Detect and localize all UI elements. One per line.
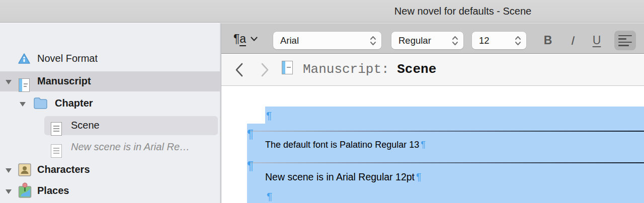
format-bar: ¶a Arial Regular 12 B I U — [221, 23, 644, 54]
folder-icon — [33, 97, 48, 110]
scrivenings-doc-icon[interactable] — [282, 61, 293, 74]
editor-text-line: The default font is Palatino Regular 13¶ — [265, 140, 426, 150]
font-size-select[interactable]: 12 — [472, 32, 526, 49]
sidebar-item-characters[interactable]: Characters — [0, 160, 220, 179]
sidebar-item-chapter[interactable]: Chapter — [0, 93, 220, 114]
disclosure-down-icon[interactable] — [19, 101, 26, 107]
breadcrumb: Manuscript: Scene — [303, 62, 436, 77]
stepper-icon — [515, 36, 521, 46]
sidebar-item-label: Manuscript — [37, 75, 91, 87]
chevron-down-icon — [251, 37, 258, 41]
disclosure-down-icon[interactable] — [5, 167, 12, 173]
pilcrow-mark: ¶ — [415, 171, 421, 182]
window-title: New novel for defaults - Scene — [394, 6, 531, 17]
paragraph-style-icon: ¶a — [233, 32, 246, 46]
editor-text-line: New scene is in Arial Regular 12pt¶ — [265, 171, 421, 183]
sidebar-item-scene[interactable]: Scene — [44, 116, 218, 135]
text-doc-icon — [51, 144, 62, 158]
editor-pane: ¶a Arial Regular 12 B I U — [221, 23, 644, 203]
font-family-select[interactable]: Arial — [273, 32, 381, 49]
bold-button[interactable]: B — [538, 31, 558, 50]
underline-button[interactable]: U — [587, 31, 607, 50]
align-left-button[interactable] — [614, 31, 636, 50]
forward-chevron-icon[interactable] — [260, 62, 270, 78]
sidebar-item-label: Novel Format — [37, 53, 98, 64]
scrivenings-divider — [248, 131, 644, 132]
italic-button[interactable]: I — [562, 31, 582, 50]
pilcrow-mark: ¶ — [247, 159, 254, 173]
sidebar-item-new-scene[interactable]: New scene is in Arial Re… — [0, 137, 220, 157]
sidebar-item-label: New scene is in Arial Re… — [71, 141, 190, 153]
paragraph-style-button[interactable]: ¶a — [233, 30, 258, 47]
title-bar: New novel for defaults - Scene — [0, 0, 644, 23]
text-editor[interactable]: ¶ ¶ ¶ ¶ The default font is Palatino Reg… — [221, 86, 644, 203]
scrivenings-divider — [248, 162, 644, 163]
pilcrow-mark: ¶ — [267, 190, 272, 202]
sidebar-item-label: Characters — [37, 164, 90, 175]
sidebar-item-novel-format[interactable]: Novel Format — [0, 50, 220, 68]
sidebar-item-label: Scene — [71, 120, 100, 131]
sidebar-item-places[interactable]: Places — [0, 181, 220, 200]
pilcrow-mark: ¶ — [247, 127, 254, 141]
selection-highlight — [265, 107, 644, 124]
disclosure-down-icon[interactable] — [5, 188, 12, 194]
sidebar-item-label: Chapter — [55, 97, 93, 109]
editor-header-bar: Manuscript: Scene — [221, 54, 644, 86]
back-chevron-icon[interactable] — [234, 62, 244, 78]
person-icon — [18, 163, 31, 176]
text-doc-icon — [51, 122, 62, 136]
selection-highlight — [247, 187, 644, 203]
disclosure-down-icon[interactable] — [5, 79, 12, 85]
stepper-icon — [452, 36, 458, 46]
map-pin-icon — [18, 182, 32, 198]
sidebar-item-manuscript[interactable]: Manuscript — [0, 71, 220, 91]
info-triangle-icon — [18, 53, 31, 65]
binder-sidebar: Novel Format Manuscript Chapter Sc — [0, 23, 220, 203]
stepper-icon — [370, 36, 376, 46]
app-window: New novel for defaults - Scene Novel For… — [0, 0, 644, 203]
sidebar-item-label: Places — [37, 185, 69, 196]
font-style-select[interactable]: Regular — [391, 32, 463, 49]
pilcrow-mark: ¶ — [419, 140, 426, 150]
manuscript-doc-icon — [19, 78, 30, 92]
pilcrow-mark: ¶ — [266, 110, 272, 122]
